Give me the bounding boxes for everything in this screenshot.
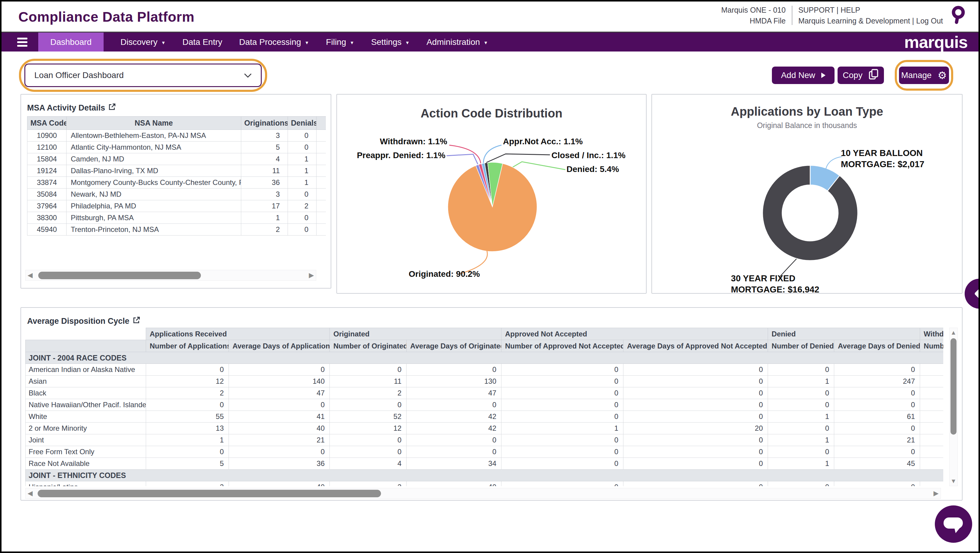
msa-panel-title-text: MSA Activity Details	[27, 103, 105, 113]
table-row[interactable]: 35084Newark, NJ MD30	[27, 188, 326, 200]
scroll-right-arrow[interactable]: ▶	[932, 489, 940, 497]
scroll-left-arrow[interactable]: ◀	[25, 489, 35, 497]
scroll-up-arrow[interactable]: ▲	[950, 329, 958, 336]
table-row[interactable]: 15804Camden, NJ MD41	[27, 153, 326, 165]
table-row[interactable]: Black2472470000	[25, 387, 943, 399]
msa-activity-panel: MSA Activity Details MSA CodeNSA NameOri…	[21, 94, 331, 288]
table-row[interactable]: 10900Allentown-Bethlehem-Easton, PA-NJ M…	[27, 130, 326, 142]
table-row[interactable]: 19124Dallas-Plano-Irving, TX MD111	[27, 165, 326, 177]
chat-button[interactable]	[934, 505, 972, 543]
adc-sub-header-row: Number of ApplicationsAverage Days of Ap…	[25, 340, 943, 352]
table-row[interactable]: Race Not Available53643400145	[25, 458, 943, 470]
page-title: Compliance Data Platform	[18, 9, 194, 25]
table-row[interactable]: 33874Montgomery County-Bucks County-Ches…	[27, 177, 326, 188]
manage-label: Manage	[901, 70, 932, 80]
copy-label: Copy	[843, 70, 862, 80]
main-navbar: DashboardDiscovery▼Data EntryData Proces…	[2, 32, 978, 51]
arrow-left-icon	[970, 285, 978, 302]
learning-logout-links[interactable]: Marquis Learning & Development | Log Out	[799, 15, 943, 26]
table-row[interactable]: 37964Philadelphia, PA MD172	[27, 200, 326, 212]
add-new-button[interactable]: Add New	[772, 67, 835, 84]
adc-h-scrollbar[interactable]: ◀ ▶	[25, 488, 941, 499]
nav-item-data-processing[interactable]: Data Processing▼	[239, 32, 309, 51]
header-divider	[792, 6, 792, 25]
search-icon[interactable]	[949, 5, 967, 26]
external-link-icon[interactable]	[132, 316, 140, 326]
environment-name: Marquis ONE - 010	[721, 5, 786, 15]
environment-info: Marquis ONE - 010 HMDA File	[721, 5, 786, 26]
msa-panel-title: MSA Activity Details	[27, 103, 116, 113]
adc-v-scrollbar-thumb[interactable]	[950, 338, 956, 435]
table-row[interactable]: Hispanic/Latino2402400000	[25, 481, 943, 486]
nav-item-dashboard[interactable]: Dashboard	[38, 32, 103, 51]
avg-disposition-panel: Average Disposition Cycle Applications R…	[21, 307, 963, 500]
table-row[interactable]: 45940Trenton-Princeton, NJ MSA20	[27, 224, 326, 236]
adc-panel-title: Average Disposition Cycle	[27, 316, 140, 326]
support-help-links[interactable]: SUPPORT | HELP	[799, 5, 943, 15]
donut-label-balloon: 10 YEAR BALLOON MORTGAGE: $2,017	[841, 148, 924, 170]
header-utility-area: Marquis ONE - 010 HMDA File SUPPORT | HE…	[721, 5, 967, 26]
pie-label-denied: Denied: 5.4%	[566, 164, 619, 174]
file-name[interactable]: HMDA File	[721, 15, 786, 26]
table-row[interactable]: 38300Pittsburgh, PA MSA10	[27, 212, 326, 224]
gear-icon: ⚙	[937, 69, 947, 81]
table-row[interactable]: Free Form Text Only00000000	[25, 446, 943, 458]
collapse-panel-button[interactable]	[965, 279, 978, 309]
scroll-right-arrow[interactable]: ▶	[307, 271, 316, 279]
nav-item-settings[interactable]: Settings▼	[371, 32, 410, 51]
manage-button[interactable]: Manage ⚙	[899, 67, 949, 84]
annotation-highlight-dropdown: Loan Officer Dashboard	[19, 59, 267, 92]
table-row[interactable]: Asian1214011130001247	[25, 376, 943, 387]
marquis-logo: marquis	[904, 32, 968, 52]
adc-h-scrollbar-thumb[interactable]	[38, 490, 381, 497]
annotation-highlight-manage: Manage ⚙	[895, 60, 953, 91]
copy-icon	[869, 69, 879, 82]
copy-button[interactable]: Copy	[838, 67, 884, 84]
header-links: SUPPORT | HELP Marquis Learning & Develo…	[799, 5, 943, 26]
nav-item-data-entry[interactable]: Data Entry	[183, 32, 222, 51]
dashboard-select-value: Loan Officer Dashboard	[34, 70, 124, 80]
adc-panel-title-text: Average Disposition Cycle	[27, 317, 129, 326]
pie-label-originated: Originated: 90.2%	[409, 269, 480, 279]
pie-label-appr-not-acc: Appr.Not Acc.: 1.1%	[503, 137, 583, 147]
nav-items: DashboardDiscovery▼Data EntryData Proces…	[38, 32, 488, 51]
arrow-right-icon	[821, 73, 826, 78]
add-new-label: Add New	[781, 70, 815, 80]
table-row[interactable]: White5541524200161	[25, 411, 943, 422]
pie-chart-title: Action Code Distribution	[337, 107, 646, 120]
pie-label-preappr-denied: Preappr. Denied: 1.1%	[355, 151, 445, 160]
chat-bubble-icon	[934, 505, 972, 543]
section-header-row: JOINT - ETHNICITY CODES	[25, 470, 943, 481]
loan-type-chart-panel: Applications by Loan Type Original Balan…	[651, 94, 963, 294]
msa-h-scrollbar-thumb[interactable]	[38, 272, 201, 279]
chevron-down-icon	[244, 70, 252, 80]
table-row[interactable]: 2 or More Minority1340124212000	[25, 422, 943, 434]
adc-v-scrollbar[interactable]: ▲ ▼	[949, 328, 958, 486]
menu-icon[interactable]	[17, 36, 27, 48]
msa-header-row: MSA CodeNSA NameOriginationsDenialsN	[27, 116, 326, 130]
dashboard-select[interactable]: Loan Officer Dashboard	[24, 64, 262, 87]
table-row[interactable]: Joint1210000121	[25, 434, 943, 446]
nav-item-administration[interactable]: Administration▼	[426, 32, 488, 51]
scroll-left-arrow[interactable]: ◀	[25, 271, 35, 279]
pie-label-closed-inc: Closed / Inc.: 1.1%	[551, 151, 625, 160]
section-header-row: JOINT - 2004 RACE CODES	[25, 352, 943, 364]
adc-table-container: Applications ReceivedOriginatedApproved …	[25, 328, 943, 486]
msa-table: MSA CodeNSA NameOriginationsDenialsN1090…	[27, 116, 326, 236]
nav-item-filing[interactable]: Filing▼	[326, 32, 354, 51]
adc-group-header-row: Applications ReceivedOriginatedApproved …	[25, 328, 943, 340]
top-header: Compliance Data Platform Marquis ONE - 0…	[2, 2, 978, 32]
external-link-icon[interactable]	[108, 103, 116, 113]
donut-chart-subtitle: Original Balance in thousands	[652, 121, 962, 130]
pie-chart	[337, 94, 647, 294]
table-row[interactable]: Native Hawaiian/Other Pacif. Islander000…	[25, 399, 943, 411]
pie-label-withdrawn: Withdrawn: 1.1%	[373, 137, 447, 147]
donut-label-fixed: 30 YEAR FIXED MORTGAGE: $16,942	[731, 273, 819, 294]
msa-h-scrollbar[interactable]: ◀ ▶	[25, 270, 316, 281]
table-row[interactable]: American Indian or Alaska Native00000000	[25, 364, 943, 376]
scroll-down-arrow[interactable]: ▼	[950, 478, 958, 484]
action-code-chart-panel: Action Code Distribution Withdrawn: 1.1%…	[336, 94, 647, 294]
nav-item-discovery[interactable]: Discovery▼	[121, 32, 165, 51]
table-row[interactable]: 12100Atlantic City-Hammonton, NJ MSA50	[27, 142, 326, 153]
application-window: Compliance Data Platform Marquis ONE - 0…	[2, 2, 978, 551]
